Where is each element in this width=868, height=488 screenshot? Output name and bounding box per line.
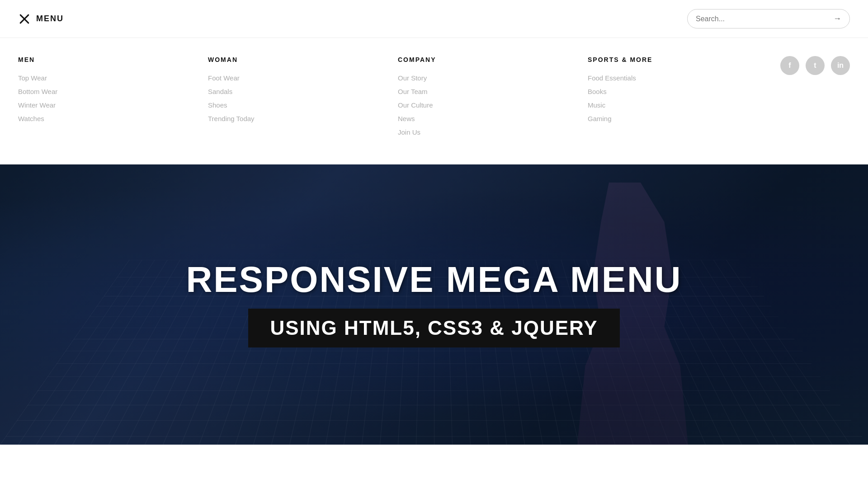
list-item: Books [588, 88, 778, 96]
menu-column-men: MEN Top Wear Bottom Wear Winter Wear Wat… [18, 56, 208, 136]
link-food-essentials[interactable]: Food Essentials [588, 74, 636, 82]
hero-content: RESPONSIVE MEGA MENU USING HTML5, CSS3 &… [186, 262, 682, 347]
menu-left: MENU [18, 13, 64, 25]
list-item: Trending Today [208, 115, 398, 123]
column-heading-company: COMPANY [398, 56, 588, 63]
menu-bar: MENU → [0, 0, 868, 38]
menu-column-woman: WOMAN Foot Wear Sandals Shoes Trending T… [208, 56, 398, 136]
link-watches[interactable]: Watches [18, 115, 44, 122]
list-item: News [398, 115, 588, 123]
link-our-culture[interactable]: Our Culture [398, 101, 433, 109]
link-shoes[interactable]: Shoes [208, 101, 227, 109]
link-books[interactable]: Books [588, 88, 607, 95]
list-item: Our Story [398, 74, 588, 82]
search-container: → [687, 9, 850, 28]
company-links: Our Story Our Team Our Culture News Join… [398, 74, 588, 136]
search-arrow-icon[interactable]: → [833, 14, 841, 23]
woman-links: Foot Wear Sandals Shoes Trending Today [208, 74, 398, 123]
menu-column-sports: SPORTS & MORE Food Essentials Books Musi… [588, 56, 778, 136]
list-item: Music [588, 101, 778, 109]
column-heading-sports: SPORTS & MORE [588, 56, 778, 63]
menu-label: MENU [36, 14, 64, 23]
list-item: Watches [18, 115, 208, 123]
link-trending-today[interactable]: Trending Today [208, 115, 255, 122]
list-item: Bottom Wear [18, 88, 208, 96]
link-foot-wear[interactable]: Foot Wear [208, 74, 240, 82]
link-winter-wear[interactable]: Winter Wear [18, 101, 56, 109]
hero-title: RESPONSIVE MEGA MENU [186, 262, 682, 298]
list-item: Gaming [588, 115, 778, 123]
hero-subtitle-box: USING HTML5, CSS3 & JQUERY [248, 309, 619, 347]
link-music[interactable]: Music [588, 101, 605, 109]
column-heading-men: MEN [18, 56, 208, 63]
list-item: Our Team [398, 88, 588, 96]
list-item: Winter Wear [18, 101, 208, 109]
link-news[interactable]: News [398, 115, 415, 122]
social-icons: f t in [780, 56, 850, 75]
list-item: Our Culture [398, 101, 588, 109]
list-item: Join Us [398, 128, 588, 136]
list-item: Foot Wear [208, 74, 398, 82]
link-gaming[interactable]: Gaming [588, 115, 612, 122]
close-icon[interactable] [18, 13, 31, 25]
twitter-icon[interactable]: t [806, 56, 825, 75]
menu-column-company: COMPANY Our Story Our Team Our Culture N… [398, 56, 588, 136]
hero-section: RESPONSIVE MEGA MENU USING HTML5, CSS3 &… [0, 164, 868, 445]
list-item: Sandals [208, 88, 398, 96]
linkedin-icon[interactable]: in [831, 56, 850, 75]
facebook-icon[interactable]: f [780, 56, 799, 75]
hero-subtitle: USING HTML5, CSS3 & JQUERY [270, 317, 598, 339]
list-item: Shoes [208, 101, 398, 109]
list-item: Top Wear [18, 74, 208, 82]
link-our-team[interactable]: Our Team [398, 88, 428, 95]
sports-links: Food Essentials Books Music Gaming [588, 74, 778, 123]
list-item: Food Essentials [588, 74, 778, 82]
link-top-wear[interactable]: Top Wear [18, 74, 47, 82]
column-heading-woman: WOMAN [208, 56, 398, 63]
mega-menu: MEN Top Wear Bottom Wear Winter Wear Wat… [0, 38, 868, 164]
link-our-story[interactable]: Our Story [398, 74, 427, 82]
link-bottom-wear[interactable]: Bottom Wear [18, 88, 57, 95]
link-sandals[interactable]: Sandals [208, 88, 232, 95]
men-links: Top Wear Bottom Wear Winter Wear Watches [18, 74, 208, 123]
social-column: f t in [778, 56, 850, 136]
search-input[interactable] [696, 15, 830, 23]
link-join-us[interactable]: Join Us [398, 128, 420, 136]
